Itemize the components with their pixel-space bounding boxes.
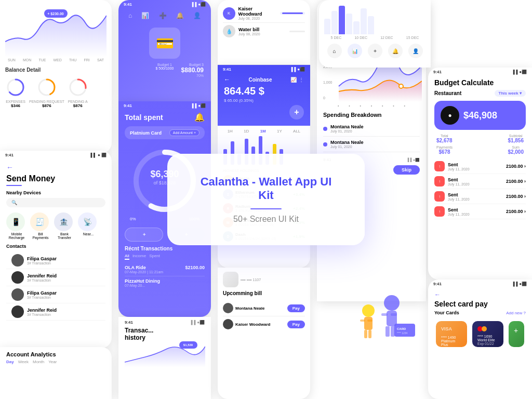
avatar-1 [11, 254, 24, 267]
visa-card[interactable]: VISA **** 1490 Platinum Plus Exp 01/22 [436, 321, 467, 347]
transaction-history-subtitle: history [125, 334, 205, 341]
mastercard-card[interactable]: **** 1690 World Elite Exp 01/22 [472, 321, 503, 347]
sent-badge-4: ↑ [434, 206, 445, 217]
contact-sub-3: 3# Transaction [27, 296, 57, 299]
svg-point-26 [362, 304, 375, 317]
total-value: $2,678 [436, 138, 453, 143]
tab-1y[interactable]: 1Y [277, 129, 282, 134]
home-nav-icon[interactable]: ⌂ [128, 12, 132, 19]
payments-value: $678 [436, 149, 453, 155]
bill-payments-icon[interactable]: 🧾 [30, 212, 49, 231]
skip-button[interactable]: Skip [393, 165, 420, 175]
bank-transfer-icon[interactable]: 🏦 [54, 212, 73, 231]
breakdown-name-2: Montana Neale [330, 140, 364, 145]
send-money-title: Send Money [6, 174, 105, 183]
visa-label: VISA [441, 326, 462, 331]
sc-signal: ▌▌●⬛ [513, 282, 527, 286]
nav-home-icon[interactable]: ⌂ [327, 44, 342, 58]
budget-tx2-amount: 2100.00 › [506, 179, 526, 184]
contact-row-4[interactable]: Jennifer Reid 3# Transaction [6, 303, 105, 321]
add-new-btn[interactable]: Add new ? [506, 311, 526, 315]
svg-rect-24 [385, 326, 390, 337]
kaiser-bar [280, 12, 305, 15]
add-nav-icon[interactable]: ➕ [159, 12, 167, 19]
tx1-amount: $2100.00 [185, 265, 205, 274]
budget-calc-status: 9:41 ▌▌●⬛ [428, 68, 532, 76]
green-card-icon: + [514, 326, 518, 335]
kaiser-name: Kaiser Woodward [238, 6, 277, 17]
tx1-name: OLA Ride [125, 265, 163, 270]
add-amount-btn[interactable]: Add Amount + [169, 129, 200, 136]
tab-day[interactable]: Day [6, 360, 14, 364]
tab-all[interactable]: ALL [293, 129, 300, 134]
chart-bar-7 [368, 16, 374, 34]
tab-week[interactable]: Week [18, 360, 29, 364]
your-cards-label: Your Cards [434, 310, 459, 315]
tab-year[interactable]: Year [48, 360, 57, 364]
budget-tx1-label: Sent [448, 162, 470, 167]
tab-all[interactable]: All [125, 254, 129, 260]
breakdown-dot-1 [323, 127, 327, 131]
chart-label-fri: FRI [84, 58, 89, 62]
sent-badge-3: ↑ [434, 191, 445, 202]
expenses-label: EXPENSES [5, 100, 26, 103]
tab-income[interactable]: Income [132, 254, 146, 260]
modal-subtitle: 50+ Screen UI Kit [194, 215, 338, 224]
avatar-3 [11, 288, 24, 301]
mc-number: **** 1690 [477, 335, 498, 338]
chart-icon[interactable]: 📈 [290, 77, 297, 83]
screen-transaction-history: 9:41 ▌▌●⬛ Transac... history $1,539 [118, 317, 211, 399]
svg-rect-21 [387, 311, 397, 326]
sc-time: 9:41 [433, 282, 442, 286]
action-btn-1[interactable]: ＋ [125, 228, 163, 242]
nav-chart-icon[interactable]: 📊 [348, 44, 362, 58]
person-nav-icon[interactable]: 👤 [193, 12, 201, 19]
bell-nav-icon[interactable]: 🔔 [176, 12, 184, 19]
tab-1d[interactable]: 1D [244, 129, 249, 134]
contact-row-1[interactable]: Filipa Gaspar 3# Transaction [6, 252, 105, 269]
tx-chart: $1,539 [125, 341, 205, 367]
nearby-icon[interactable]: 📡 [78, 212, 97, 231]
nav-person-icon[interactable]: 👤 [408, 44, 423, 58]
svg-rect-28 [360, 320, 365, 322]
bell-icon[interactable]: 🔔 [194, 112, 205, 122]
chart-label-thu: THU [69, 58, 76, 62]
tab-1h[interactable]: 1H [228, 129, 233, 134]
sent-badge-1: ↑ [434, 161, 445, 171]
week-chip-budget[interactable]: This week ▾ [495, 90, 526, 97]
svg-text:CARD: CARD [397, 327, 406, 330]
svg-text:**** 1234: **** 1234 [397, 331, 408, 335]
nav-add-icon[interactable]: ＋ [368, 44, 382, 58]
signal: ▌▌●⬛ [192, 2, 206, 7]
mobile-recharge-icon[interactable]: 📱 [6, 212, 25, 231]
add-btn[interactable]: + [289, 105, 304, 119]
water-bill-name: Water bill [238, 27, 260, 32]
screen-send-money: 9:41 ▌▌ ● ⬛ ← Send Money Nearby Devices … [0, 151, 112, 348]
tx-signal: ▌▌●⬛ [191, 320, 205, 325]
wallet-illustration: 💳 [149, 28, 180, 59]
chart-nav-icon[interactable]: 📊 [141, 12, 149, 19]
tx2-name: PizzaHut Dining [125, 278, 160, 284]
pay-btn-2[interactable]: Pay [287, 321, 305, 328]
svg-rect-23 [391, 313, 397, 316]
pay-btn-1[interactable]: Pay [287, 304, 305, 312]
date-label-10dec: 10 DEC [354, 36, 367, 39]
back-arrow[interactable]: ← [6, 163, 14, 171]
back-arrow-coinbase[interactable]: ← [224, 76, 230, 83]
tab-spent[interactable]: Spent [149, 254, 160, 260]
nav-bell-icon[interactable]: 🔔 [388, 44, 403, 58]
tab-1m[interactable]: 1M [260, 129, 266, 134]
green-card[interactable]: + [509, 321, 524, 347]
screen-budget-calculate: 9:41 ▌▌●⬛ Budget Calculate Restaurant Th… [428, 68, 532, 280]
menu-icon[interactable]: ⋮ [299, 77, 304, 83]
upcoming-bill-title: Upcomming bill [223, 290, 305, 296]
transaction-history-title: Transac... [125, 327, 205, 334]
tab-month[interactable]: Month [33, 360, 44, 364]
search-icon: 🔍 [11, 200, 17, 205]
contact-row-3[interactable]: Filipa Gaspar 3# Transaction [6, 286, 105, 303]
back-arrow-select[interactable]: ← [434, 291, 441, 298]
contact-row-2[interactable]: Jennifer Reid 3# Transaction [6, 269, 105, 286]
svg-rect-29 [367, 320, 373, 322]
montana-avatar-upcoming [223, 303, 233, 313]
screen-budget-top: 9:41 ▌▌●⬛ ⌂ 📊 ➕ 🔔 👤 💳 Budget 1 $ 500/100… [118, 0, 211, 101]
